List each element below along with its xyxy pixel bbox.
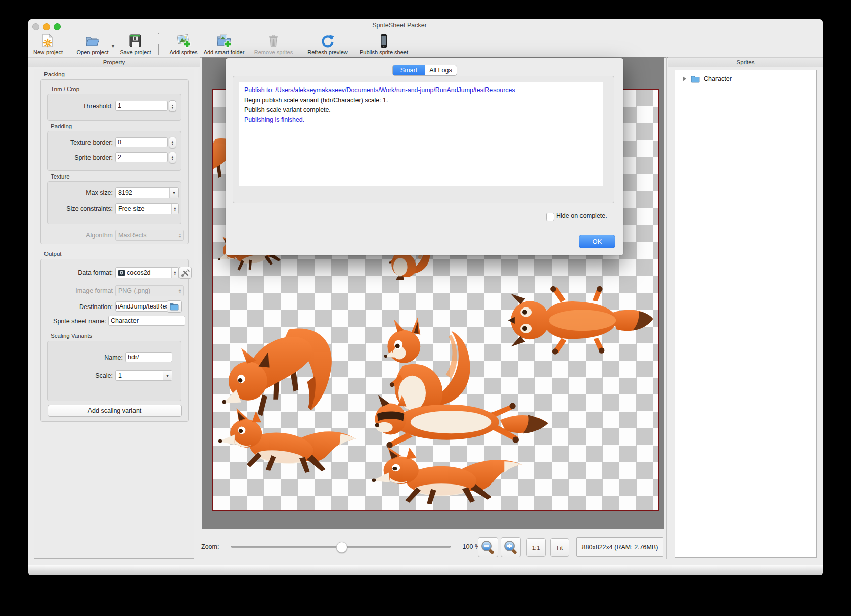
log-line: Publish to: /Users/alekseymakaseev/Docum… (244, 85, 598, 96)
toolbar-separator (413, 33, 413, 55)
data-format-label: Data format: (62, 269, 113, 276)
magnifier-minus-icon (480, 540, 496, 555)
add-sprites-icon (176, 32, 192, 49)
new-project-button[interactable]: New project (30, 32, 66, 56)
fox-sprite (375, 395, 548, 448)
toolbar: New project Open project ▼ Save project … (28, 31, 823, 58)
publish-sprite-sheet-button[interactable]: Publish sprite sheet (360, 32, 408, 56)
texture-border-input[interactable]: 0 (115, 137, 168, 147)
wrench-icon (181, 268, 190, 277)
tab-all-logs[interactable]: All Logs (425, 65, 457, 75)
zoom-window-button[interactable] (54, 23, 61, 30)
sprite-border-label: Sprite border: (52, 154, 113, 161)
sprite-sheet-name-input[interactable]: Character (108, 316, 185, 326)
texture-border-label: Texture border: (52, 139, 113, 146)
zoom-slider-handle[interactable] (336, 542, 347, 553)
size-constraints-label: Size constraints: (52, 205, 113, 212)
chevron-down-icon: ▾ (169, 188, 178, 198)
chevron-down-icon: ▾ (163, 371, 172, 380)
texture-info-box: 880x822x4 (RAM: 2.76MB) (576, 537, 663, 557)
texture-border-stepper[interactable]: ▴▾ (169, 137, 176, 148)
fox-top-view-sprite (508, 286, 653, 355)
log-line: Publish scale variant complete. (244, 105, 598, 115)
save-project-button[interactable]: Save project (118, 32, 153, 56)
log-output[interactable]: Publish to: /Users/alekseymakaseev/Docum… (239, 82, 603, 186)
zoom-out-button[interactable] (478, 537, 498, 557)
minimize-window-button[interactable] (43, 23, 50, 30)
property-panel-header: Property (28, 57, 200, 67)
destination-input[interactable]: nAndJump/testResources (115, 301, 169, 312)
data-format-settings-button[interactable] (178, 267, 192, 279)
zoom-label: Zoom: (201, 543, 219, 550)
output-group-label: Output (44, 251, 62, 257)
title-bar[interactable]: SpriteSheet Packer (28, 19, 823, 31)
zoom-percent: 100 % (454, 543, 480, 550)
right-splitter[interactable] (666, 57, 667, 559)
threshold-stepper[interactable]: ▴▾ (169, 100, 176, 112)
algorithm-label: Algorithm (62, 232, 113, 239)
disclosure-triangle-icon[interactable] (683, 76, 686, 81)
up-down-arrows-icon: ▴▾ (176, 230, 183, 240)
refresh-preview-button[interactable]: Refresh preview (307, 32, 348, 56)
publish-sprite-sheet-icon (376, 32, 391, 49)
variant-scale-combo[interactable]: 1 ▾ (115, 370, 172, 381)
left-splitter[interactable] (201, 57, 201, 559)
cocos2d-icon (118, 270, 125, 276)
divider (60, 389, 158, 389)
window-title: SpriteSheet Packer (324, 22, 475, 29)
save-project-icon (128, 32, 143, 49)
sprites-list (675, 70, 817, 558)
log-line: Publishing is finished. (244, 115, 598, 125)
add-sprites-button[interactable]: Add sprites (166, 32, 201, 56)
padding-label: Padding (51, 123, 72, 129)
image-format-label: Image format (52, 287, 113, 294)
remove-sprites-button[interactable]: Remove sprites (253, 32, 294, 56)
up-down-arrows-icon: ▴▾ (171, 204, 178, 214)
fox-sprite (222, 329, 331, 416)
threshold-input[interactable]: 1 (115, 101, 168, 111)
screen: SpriteSheet Packer New project Open proj… (0, 0, 851, 616)
open-project-dropdown-caret-icon[interactable]: ▼ (111, 43, 115, 49)
max-size-combo[interactable]: 8192 ▾ (115, 187, 179, 198)
divider (47, 330, 181, 330)
add-scaling-variant-button[interactable]: Add scaling variant (48, 405, 182, 417)
publish-log-dialog: Smart All Logs Publish to: /Users/alekse… (226, 58, 623, 255)
add-smart-folder-button[interactable]: Add smart folder (204, 32, 244, 56)
variant-scale-label: Scale: (82, 372, 113, 379)
fit-button[interactable]: Fit (550, 538, 569, 557)
window-bottom-bar (28, 565, 823, 575)
zoom-in-button[interactable] (501, 537, 521, 557)
sprite-sheet-name-label: Sprite sheet name: (43, 318, 106, 325)
variant-name-input[interactable]: hdr/ (125, 352, 172, 362)
sprite-border-stepper[interactable]: ▴▾ (169, 152, 176, 163)
packing-group-label: Packing (44, 71, 65, 77)
trim-crop-label: Trim / Crop (51, 86, 79, 92)
folder-icon (690, 75, 700, 83)
tab-smart[interactable]: Smart (393, 65, 425, 75)
up-down-arrows-icon: ▴▾ (171, 268, 178, 278)
hide-on-complete-checkbox[interactable] (546, 213, 554, 221)
open-project-button[interactable]: Open project (75, 32, 110, 56)
refresh-preview-icon (320, 32, 335, 49)
ok-button[interactable]: OK (579, 235, 615, 248)
data-format-combo[interactable]: cocos2d ▴▾ (115, 267, 179, 278)
close-window-button[interactable] (32, 23, 39, 30)
squirrel-sprite (384, 318, 470, 419)
remove-sprites-icon (266, 32, 281, 49)
sprites-tree-item-label: Character (704, 75, 732, 82)
size-constraints-combo[interactable]: Free size ▴▾ (115, 203, 179, 214)
sprite-border-input[interactable]: 2 (115, 152, 168, 162)
sprites-tree-item-character[interactable]: Character (678, 73, 813, 85)
actual-size-button[interactable]: 1:1 (526, 538, 546, 557)
magnifier-plus-icon (503, 540, 518, 555)
add-smart-folder-icon (216, 32, 232, 49)
hide-on-complete-label: Hide on complete. (556, 212, 607, 219)
variant-name-label: Name: (93, 354, 123, 361)
destination-browse-button[interactable] (167, 300, 182, 313)
toolbar-separator (300, 33, 300, 55)
texture-group-label: Texture (51, 173, 70, 180)
new-project-icon (40, 32, 56, 49)
toolbar-separator (158, 33, 159, 55)
open-project-icon (85, 32, 100, 49)
app-window: SpriteSheet Packer New project Open proj… (28, 19, 823, 575)
